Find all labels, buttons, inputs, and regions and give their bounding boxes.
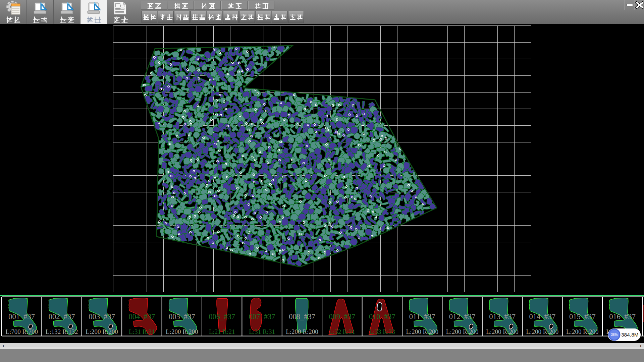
svg-text:L:21 R:21: L:21 R:21: [209, 328, 235, 335]
svg-text:L:200 R:200: L:200 R:200: [86, 328, 118, 335]
svg-text:009_#37: 009_#37: [329, 312, 356, 321]
svg-text:016_#37: 016_#37: [609, 312, 636, 321]
svg-text:012_#37: 012_#37: [449, 312, 476, 321]
svg-text:010_#37: 010_#37: [369, 312, 395, 321]
svg-text:L:200 R:200: L:200 R:200: [286, 328, 318, 335]
svg-text:L:700 R:700: L:700 R:700: [5, 328, 38, 335]
svg-text:38%: 38%: [611, 333, 618, 337]
svg-text:L:132 R:132: L:132 R:132: [46, 328, 78, 335]
svg-text:L:200 R:200: L:200 R:200: [566, 328, 599, 335]
svg-text:001_#37: 001_#37: [8, 312, 35, 321]
svg-text:L:200 R:200: L:200 R:200: [446, 328, 479, 335]
svg-text:L:200 R:200: L:200 R:200: [526, 328, 559, 335]
svg-text:L:32 R:31: L:32 R:31: [329, 328, 355, 335]
svg-text:L:31 R:31: L:31 R:31: [129, 328, 155, 335]
svg-text:008_#37: 008_#37: [289, 312, 315, 321]
svg-text:L:200 R:200: L:200 R:200: [166, 328, 198, 335]
svg-text:005_#37: 005_#37: [169, 312, 195, 321]
svg-text:L:33 R:33: L:33 R:33: [369, 328, 395, 335]
svg-text:L:31 R:31: L:31 R:31: [249, 328, 275, 335]
svg-text:011_#37: 011_#37: [409, 312, 435, 321]
svg-text:013_#37: 013_#37: [489, 312, 516, 321]
svg-text:015_#37: 015_#37: [569, 312, 596, 321]
svg-text:L:200 R:200: L:200 R:200: [406, 328, 438, 335]
svg-text:014_#37: 014_#37: [529, 312, 556, 321]
svg-text:003_#37: 003_#37: [89, 312, 115, 321]
svg-text:002_#37: 002_#37: [49, 312, 75, 321]
svg-text:006_#37: 006_#37: [209, 312, 235, 321]
svg-text:384.8M: 384.8M: [621, 332, 639, 338]
svg-text:L:200 R:200: L:200 R:200: [486, 328, 519, 335]
svg-text:004_#37: 004_#37: [129, 312, 155, 321]
svg-text:007_#37: 007_#37: [249, 312, 275, 321]
